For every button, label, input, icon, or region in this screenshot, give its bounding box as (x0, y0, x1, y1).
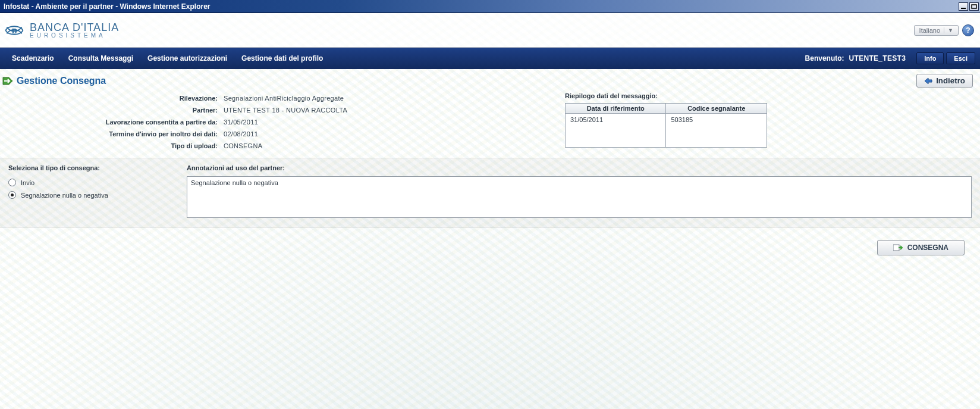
meta-row: Rilevazione:Segnalazioni AntiRiciclaggio… (12, 92, 547, 104)
exit-button[interactable]: Esci (946, 52, 975, 64)
delivery-type-label: Seleziona il tipo di consegna: (8, 164, 163, 176)
back-arrow-icon (924, 77, 932, 85)
action-row: CONSEGNA (0, 228, 980, 267)
brand-logo: B BANCA D'ITALIA EUROSISTEMA (0, 17, 122, 43)
table-row: 31/05/2011 503185 (566, 114, 767, 148)
meta-label: Termine d'invio per inoltro dei dati: (12, 130, 224, 138)
window-titlebar: Infostat - Ambiente per il partner - Win… (0, 0, 980, 13)
svg-text:B: B (12, 26, 17, 35)
meta-value: UTENTE TEST 18 - NUOVA RACCOLTA (224, 107, 347, 114)
menu-scadenzario[interactable]: Scadenzario (5, 54, 61, 63)
minimize-icon (960, 4, 966, 9)
radio-icon (8, 191, 16, 199)
brand-line1: BANCA D'ITALIA (30, 22, 119, 33)
meta-value: 02/08/2011 (224, 130, 258, 138)
radio-invio[interactable]: Invio (8, 176, 163, 189)
meta-value: CONSEGNA (224, 142, 262, 149)
window-controls (959, 2, 980, 11)
svg-rect-3 (893, 245, 899, 251)
meta-row: Termine d'invio per inoltro dei dati:02/… (12, 128, 547, 140)
current-user: UTENTE_TEST3 (849, 54, 915, 63)
brand-text: BANCA D'ITALIA EUROSISTEMA (30, 22, 119, 39)
meta-label: Tipo di upload: (12, 142, 224, 149)
send-icon (893, 244, 903, 251)
meta-label: Rilevazione: (12, 95, 224, 102)
brand-mark-icon: B (4, 20, 25, 41)
back-button-label: Indietro (936, 76, 965, 85)
radio-label: Segnalazione nulla o negativa (21, 192, 108, 199)
window-max-btn[interactable] (969, 2, 979, 11)
radio-icon (8, 179, 16, 186)
welcome-label: Benvenuto: (805, 54, 849, 63)
language-selector[interactable]: Italiano ▼ (914, 25, 959, 36)
meta-value: 31/05/2011 (224, 118, 258, 126)
delivery-form-section: Seleziona il tipo di consegna: Invio Seg… (0, 158, 980, 228)
summary-col-header: Codice segnalante (666, 104, 767, 114)
svg-rect-1 (972, 5, 976, 8)
summary-title: Riepilogo dati del messaggio: (565, 92, 767, 103)
window-min-btn[interactable] (959, 2, 968, 11)
svg-rect-0 (961, 8, 966, 9)
summary-table: Data di riferimento Codice segnalante 31… (565, 103, 767, 148)
page-title-row: Gestione Consegna Indietro (0, 69, 980, 90)
menubar: Scadenzario Consulta Messaggi Gestione a… (0, 48, 980, 69)
consegna-button[interactable]: CONSEGNA (877, 240, 965, 255)
summary-col-header: Data di riferimento (566, 104, 666, 114)
summary-column: Riepilogo dati del messaggio: Data di ri… (565, 92, 767, 152)
summary-cell-code: 503185 (666, 114, 767, 148)
meta-row: Lavorazione consentita a partire da:31/0… (12, 116, 547, 128)
radio-segnalazione-nulla[interactable]: Segnalazione nulla o negativa (8, 189, 163, 201)
meta-label: Partner: (12, 107, 224, 114)
page-title-icon (2, 77, 13, 85)
radio-label: Invio (21, 179, 34, 186)
help-icon: ? (966, 26, 970, 35)
back-button[interactable]: Indietro (916, 74, 973, 88)
menu-gestione-autorizzazioni[interactable]: Gestione autorizzazioni (140, 54, 234, 63)
meta-value: Segnalazioni AntiRiciclaggio Aggregate (224, 95, 344, 102)
meta-label: Lavorazione consentita a partire da: (12, 118, 224, 126)
menu-consulta-messaggi[interactable]: Consulta Messaggi (61, 54, 140, 63)
delivery-type-column: Seleziona il tipo di consegna: Invio Seg… (8, 164, 163, 219)
meta-row: Partner:UTENTE TEST 18 - NUOVA RACCOLTA (12, 104, 547, 116)
notes-textarea[interactable] (187, 176, 972, 218)
menu-gestione-dati-profilo[interactable]: Gestione dati del profilo (234, 54, 330, 63)
window-title-text: Infostat - Ambiente per il partner - Win… (4, 2, 210, 11)
chevron-down-icon: ▼ (944, 27, 953, 33)
brand-line2: EUROSISTEMA (30, 33, 119, 39)
page-title: Gestione Consegna (17, 76, 106, 86)
meta-column: Rilevazione:Segnalazioni AntiRiciclaggio… (12, 92, 547, 152)
meta-row: Tipo di upload:CONSEGNA (12, 140, 547, 152)
maximize-icon (971, 4, 977, 9)
consegna-button-label: CONSEGNA (907, 243, 948, 252)
notes-label: Annotazioni ad uso del partner: (187, 164, 972, 176)
language-selected: Italiano (919, 27, 940, 34)
notes-column: Annotazioni ad uso del partner: (187, 164, 972, 219)
summary-cell-date: 31/05/2011 (566, 114, 666, 148)
details-section: Rilevazione:Segnalazioni AntiRiciclaggio… (0, 90, 980, 158)
help-button[interactable]: ? (962, 24, 974, 36)
app-header: B BANCA D'ITALIA EUROSISTEMA Italiano ▼ … (0, 13, 980, 48)
info-button[interactable]: Info (916, 52, 944, 64)
